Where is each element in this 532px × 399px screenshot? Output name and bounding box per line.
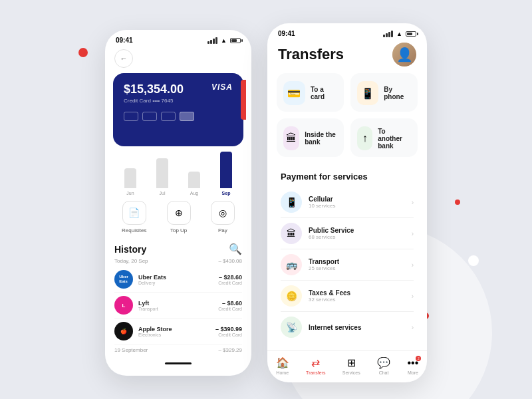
pay-icon: ◎ bbox=[211, 201, 235, 225]
history-amount-prev: – $329.29 bbox=[218, 347, 242, 353]
payment-info-transport: Transport 25 services bbox=[309, 258, 405, 271]
history-amount-today: – $430.08 bbox=[218, 258, 242, 264]
payment-info-public: Public Service 68 services bbox=[309, 227, 405, 240]
payment-icon-transport: 🚌 bbox=[281, 254, 302, 275]
history-item-ubereats[interactable]: UberEats Uber Eats Delivery – $28.60 Cre… bbox=[114, 267, 242, 293]
credit-card: $15,354.00 Credit Card •••• 7645 VISA bbox=[113, 73, 243, 146]
time-left: 09:41 bbox=[116, 37, 133, 44]
chart-bar-wrap-sep bbox=[210, 152, 242, 188]
transfer-card-by-phone[interactable]: 📱 By phone bbox=[350, 73, 418, 112]
history-avatar-lyft: L bbox=[114, 296, 133, 315]
dot-decoration-red-mr bbox=[455, 200, 460, 205]
transfer-card-another-bank[interactable]: ↑ To another bank bbox=[350, 118, 418, 157]
nav-item-home[interactable]: 🏠 Home bbox=[276, 356, 289, 375]
history-info-lyft: Lyft Transport bbox=[138, 300, 213, 311]
payment-icon-cellular: 📱 bbox=[281, 192, 302, 213]
avatar-image bbox=[392, 43, 416, 66]
chart-month-jun: Jun bbox=[114, 168, 146, 196]
history-info-apple: Apple Store Electronics bbox=[138, 326, 210, 337]
transfer-card-inside-bank[interactable]: 🏛 Inside the bank bbox=[277, 118, 344, 157]
payment-item-taxes[interactable]: 🪙 Taxes & Fees 32 services › bbox=[281, 281, 414, 312]
payment-name-public: Public Service bbox=[309, 227, 405, 234]
payment-count-transport: 25 services bbox=[309, 265, 405, 271]
dot-decoration-red-tl bbox=[78, 48, 88, 57]
signal-bar-r4 bbox=[391, 31, 393, 37]
transfers-nav-label: Transfers bbox=[306, 370, 325, 375]
history-date-today: Today, 20 Sep bbox=[114, 258, 148, 264]
payment-icon-taxes: 🪙 bbox=[281, 285, 302, 307]
history-sub-lyft: Transport bbox=[138, 307, 213, 311]
action-btn-pay[interactable]: ◎ Pay bbox=[211, 201, 235, 233]
battery-fill-left bbox=[231, 39, 237, 42]
phone-right-inner: 09:41 ▲ Transfers bbox=[267, 23, 427, 382]
more-badge-dot: 2 bbox=[416, 356, 421, 361]
home-nav-icon: 🏠 bbox=[276, 356, 289, 369]
card-label: Credit Card •••• 7645 bbox=[124, 98, 233, 104]
phone-left: 09:41 ▲ ← $15,354.00 Credit Card •••• 76… bbox=[105, 30, 251, 376]
requisites-label: Requisites bbox=[122, 227, 146, 233]
history-item-lyft[interactable]: L Lyft Transport – $8.60 Credit Card bbox=[114, 293, 242, 319]
chevron-icon-taxes: › bbox=[412, 293, 414, 300]
card-chips bbox=[124, 112, 233, 121]
chart-bar-aug bbox=[188, 172, 200, 188]
payment-item-transport[interactable]: 🚌 Transport 25 services › bbox=[281, 249, 414, 281]
transfer-grid: 💳 To a card 📱 By phone 🏛 Inside the bank… bbox=[267, 73, 427, 164]
status-bar-right: 09:41 ▲ bbox=[267, 23, 427, 40]
history-amount-lyft: – $8.60 Credit Card bbox=[218, 300, 242, 311]
history-amount-type-ubereats: Credit Card bbox=[218, 281, 242, 285]
signal-bar-4 bbox=[215, 37, 217, 44]
payment-item-public[interactable]: 🏛 Public Service 68 services › bbox=[281, 218, 414, 249]
chart-bar-jul bbox=[156, 158, 168, 188]
chart-month-aug: Aug bbox=[178, 172, 210, 196]
chart-area: Jun Jul Aug Sep bbox=[105, 146, 251, 196]
card-chip-4 bbox=[180, 112, 194, 121]
chat-nav-label: Chat bbox=[379, 370, 389, 375]
transfer-card-to-card[interactable]: 💳 To a card bbox=[277, 73, 344, 112]
transfer-icon-to-card: 💳 bbox=[283, 81, 305, 105]
payment-name-cellular: Cellular bbox=[309, 196, 405, 203]
action-btn-topup[interactable]: ⊕ Top Up bbox=[167, 201, 191, 233]
signal-bar-2 bbox=[210, 40, 212, 44]
wifi-icon-right: ▲ bbox=[396, 31, 402, 37]
nav-item-services[interactable]: ⊞ Services bbox=[342, 356, 360, 375]
history-title: History bbox=[114, 244, 146, 255]
nav-item-more[interactable]: ••• More 2 bbox=[407, 357, 418, 375]
payment-item-cellular[interactable]: 📱 Cellular 10 services › bbox=[281, 187, 414, 218]
history-date-today-row: Today, 20 Sep – $430.08 bbox=[114, 258, 242, 264]
chevron-icon-transport: › bbox=[412, 261, 414, 269]
payment-section: Payment for services 📱 Cellular 10 servi… bbox=[273, 164, 422, 350]
history-item-apple[interactable]: 🍎 Apple Store Electronics – $390.99 Cred… bbox=[114, 319, 242, 344]
history-name-ubereats: Uber Eats bbox=[138, 274, 213, 281]
status-icons-right: ▲ bbox=[383, 31, 416, 37]
more-nav-label: More bbox=[408, 370, 418, 375]
dot-decoration-white bbox=[468, 255, 479, 266]
topup-icon: ⊕ bbox=[167, 201, 191, 225]
transfer-icon-another-bank: ↑ bbox=[357, 126, 372, 150]
visa-label: VISA bbox=[211, 82, 233, 92]
payment-icon-internet: 📡 bbox=[281, 317, 302, 338]
nav-item-chat[interactable]: 💬 Chat bbox=[377, 356, 390, 375]
history-amount-type-apple: Credit Card bbox=[215, 332, 242, 337]
signal-bars-right bbox=[383, 31, 393, 37]
history-info-ubereats: Uber Eats Delivery bbox=[138, 274, 213, 285]
signal-bar-1 bbox=[207, 41, 209, 44]
nav-item-transfers[interactable]: ⇄ Transfers bbox=[306, 356, 325, 375]
chart-bar-wrap-jun bbox=[114, 168, 146, 188]
chart-bar-jun bbox=[124, 168, 136, 188]
history-avatar-ubereats: UberEats bbox=[114, 270, 133, 289]
user-avatar[interactable] bbox=[392, 43, 416, 66]
action-btn-requisites[interactable]: 📄 Requisites bbox=[122, 201, 146, 233]
transfers-header: Transfers bbox=[267, 40, 427, 73]
back-button[interactable]: ← bbox=[114, 49, 133, 68]
payment-name-transport: Transport bbox=[309, 258, 405, 265]
transfer-label-by-phone: By phone bbox=[384, 86, 411, 100]
history-amount-apple: – $390.99 Credit Card bbox=[215, 326, 242, 337]
payment-item-internet[interactable]: 📡 Internet services › bbox=[281, 312, 414, 342]
transfers-title: Transfers bbox=[278, 46, 344, 63]
time-right: 09:41 bbox=[278, 30, 295, 37]
history-avatar-apple: 🍎 bbox=[114, 322, 133, 340]
history-search-icon[interactable]: 🔍 bbox=[229, 243, 242, 255]
services-nav-label: Services bbox=[342, 370, 360, 375]
chevron-icon-internet: › bbox=[412, 324, 414, 331]
chart-label-jun: Jun bbox=[126, 191, 134, 196]
